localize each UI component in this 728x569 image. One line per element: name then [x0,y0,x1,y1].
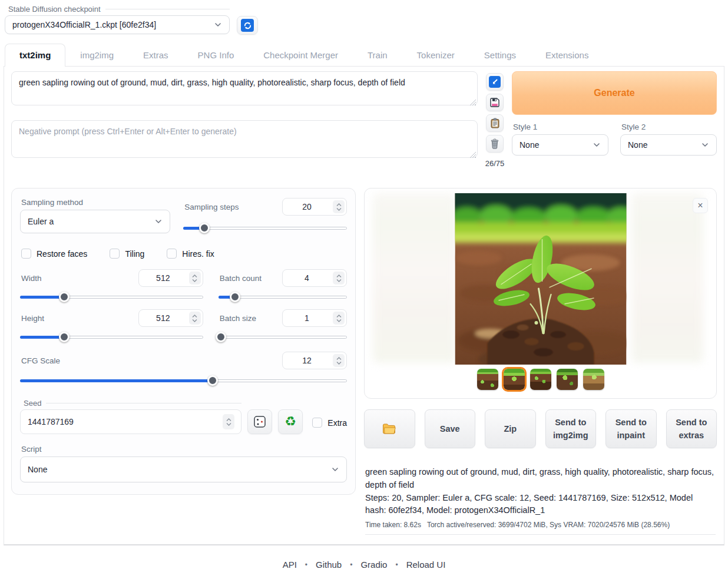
chevron-down-icon [593,141,601,149]
seed-input[interactable] [20,409,241,434]
close-gallery-button[interactable]: × [693,198,708,213]
tab-img2img[interactable]: img2img [65,44,128,67]
height-slider[interactable] [20,332,203,342]
number-spinner[interactable] [333,200,345,213]
cfg-scale-slider[interactable] [20,375,347,386]
batch-count-input[interactable] [282,269,347,287]
chevron-down-icon [701,141,709,149]
width-label: Width [20,274,42,283]
send-to-img2img-button[interactable]: Send to img2img [545,409,597,448]
batch-size-label: Batch size [219,314,256,323]
slider-handle[interactable] [230,292,240,302]
generated-image[interactable] [455,193,626,365]
send-to-extras-button[interactable]: Send to extras [666,409,717,448]
gallery-thumbnail-3[interactable] [530,369,551,390]
tab-extensions[interactable]: Extensions [531,44,603,67]
sampling-steps-input[interactable] [282,198,347,216]
number-spinner[interactable] [223,414,234,429]
output-gallery: × [364,188,717,399]
apply-style-button[interactable] [486,114,504,132]
gallery-thumbnails [365,369,716,390]
api-link[interactable]: API [283,560,297,569]
slider-handle[interactable] [199,223,210,233]
height-label: Height [20,314,44,323]
txt2img-panel: green sapling rowing out of ground, mud,… [4,67,724,545]
slider-handle[interactable] [216,332,226,342]
gradio-link[interactable]: Gradio [360,560,387,569]
cfg-scale-input[interactable] [282,352,347,369]
width-slider[interactable] [20,292,203,302]
send-to-inpaint-button[interactable]: Send to inpaint [605,409,657,448]
script-dropdown[interactable]: None [20,456,347,482]
close-icon: × [697,201,703,210]
reload-ui-link[interactable]: Reload UI [406,560,446,569]
tab-train[interactable]: Train [353,44,402,67]
gallery-thumbnail-1[interactable] [477,369,498,390]
dice-icon [253,415,266,428]
save-button[interactable]: Save [425,409,476,448]
number-spinner[interactable] [333,272,345,284]
hires-fix-checkbox[interactable]: Hires. fix [167,249,214,259]
chevron-down-icon [154,217,163,226]
number-spinner[interactable] [333,312,345,325]
slider-handle[interactable] [59,332,70,342]
gallery-thumbnail-2-selected[interactable] [504,369,525,390]
prompt-tools: 26/75 [485,71,505,168]
tab-txt2img[interactable]: txt2img [5,44,65,67]
number-spinner[interactable] [333,354,345,367]
width-input[interactable] [138,269,203,287]
reuse-seed-button[interactable]: ♻ [278,409,303,434]
random-seed-button[interactable] [247,409,272,434]
number-spinner[interactable] [189,272,201,284]
style1-label: Style 1 [512,123,608,131]
number-spinner[interactable] [189,312,201,325]
open-output-folder-button[interactable] [364,409,415,448]
tab-settings[interactable]: Settings [469,44,531,67]
clear-prompt-button[interactable] [486,135,504,153]
paste-generation-params-button[interactable] [486,73,504,91]
sampling-method-dropdown[interactable]: Euler a [20,210,170,233]
checkpoint-dropdown[interactable]: protogenX34OfficialR_1.ckpt [60fe2f34] [5,15,230,34]
batch-size-slider[interactable] [219,332,347,342]
sampling-steps-slider[interactable] [183,223,347,233]
slider-handle[interactable] [59,292,70,302]
floppy-disk-icon [489,97,500,108]
restore-faces-checkbox[interactable]: Restore faces [21,249,87,259]
page-footer: API•Github•Gradio•Reload UI python: 3.10… [0,545,728,569]
checkpoint-value: protogenX34OfficialR_1.ckpt [60fe2f34] [12,20,156,29]
tab-checkpoint-merger[interactable]: Checkpoint Merger [249,44,353,67]
style2-label: Style 2 [620,123,717,131]
script-label: Script [20,445,347,454]
slider-handle[interactable] [207,375,218,386]
gallery-blur-right [631,193,703,363]
generate-button[interactable]: Generate [512,71,717,115]
style2-dropdown[interactable]: None [620,134,717,156]
seed-label: Seed [20,399,241,408]
style1-dropdown[interactable]: None [512,134,608,156]
tab-extras[interactable]: Extras [128,44,183,67]
cfg-scale-label: CFG Scale [20,356,60,365]
arrow-down-left-icon [489,76,501,88]
zip-button[interactable]: Zip [485,409,536,448]
tab-png-info[interactable]: PNG Info [183,44,249,67]
gallery-blur-left [373,193,456,363]
clipboard-icon [490,118,500,128]
trash-icon [490,138,499,149]
height-input[interactable] [138,309,203,327]
refresh-checkpoints-button[interactable] [237,16,258,35]
token-counter: 26/75 [485,159,505,168]
tiling-checkbox[interactable]: Tiling [110,249,144,259]
generation-info-params: Steps: 20, Sampler: Euler a, CFG scale: … [365,492,716,518]
batch-count-slider[interactable] [219,292,347,302]
save-style-button[interactable] [486,94,504,111]
gallery-thumbnail-4[interactable] [557,369,578,390]
batch-size-input[interactable] [282,309,347,327]
negative-prompt-input[interactable] [11,120,478,158]
github-link[interactable]: Github [316,560,342,569]
gallery-thumbnail-5[interactable] [583,369,604,390]
prompt-input[interactable]: green sapling rowing out of ground, mud,… [11,71,478,105]
extra-seed-checkbox[interactable]: Extra [312,418,347,434]
sampling-steps-label: Sampling steps [183,203,239,211]
tab-tokenizer[interactable]: Tokenizer [402,44,469,67]
generation-info-prompt: green sapling rowing out of ground, mud,… [365,466,716,492]
